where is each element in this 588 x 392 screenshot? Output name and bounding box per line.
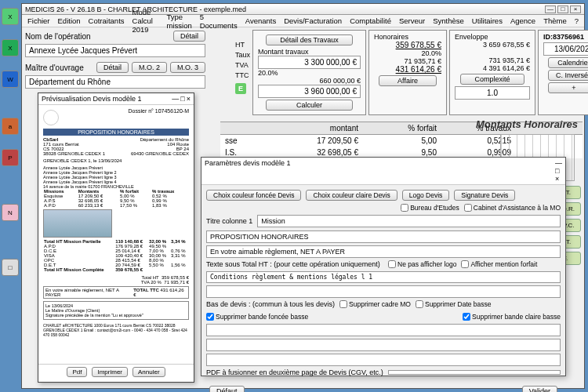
- menu-item[interactable]: Thème: [539, 16, 571, 25]
- taux-label: Taux: [235, 50, 250, 60]
- mo-detail-button[interactable]: Détail: [96, 62, 129, 73]
- close-button[interactable]: ×: [570, 5, 581, 13]
- reglement-text: En votre aimable règlement, NET A PAYER: [45, 288, 133, 297]
- e-badge[interactable]: E: [235, 83, 246, 94]
- color-light-button[interactable]: Choix couleur claire Devis: [306, 190, 397, 201]
- maximize-button[interactable]: □: [555, 167, 562, 175]
- menu-item[interactable]: Edition: [54, 16, 85, 25]
- desktop-icon[interactable]: X: [2, 39, 19, 56]
- operation-input[interactable]: Annexe Lycée Jacques Prévert: [25, 44, 205, 57]
- td: 17,50 %: [119, 203, 151, 208]
- calendrier-button[interactable]: Calendrier: [548, 57, 588, 68]
- conditions-input[interactable]: Conditions règlement & mentions légales …: [206, 271, 561, 283]
- cabinet-assistance-checkbox[interactable]: Cabinet d'Assistance à la MO: [464, 204, 561, 212]
- complexite-value[interactable]: 1.0: [455, 86, 530, 100]
- desktop-icon[interactable]: a: [2, 118, 19, 135]
- affaire-button[interactable]: Affaire: [379, 75, 436, 86]
- color-dark-button[interactable]: Choix couleur foncée Devis: [206, 190, 301, 201]
- imprimer-button[interactable]: Imprimer: [92, 367, 128, 377]
- bas-devis-input-2[interactable]: [206, 339, 561, 351]
- minimize-button[interactable]: —: [545, 5, 556, 13]
- td: 5,00: [363, 135, 441, 147]
- supprimer-cadre-mo-checkbox[interactable]: Supprimer cadre MO: [339, 300, 411, 308]
- c-inversee-button[interactable]: C. Inversée: [548, 70, 588, 81]
- logo-devis-button[interactable]: Logo Devis: [402, 190, 450, 201]
- menu-item[interactable]: Agence: [506, 16, 539, 25]
- pdf-button[interactable]: Pdf: [67, 367, 87, 377]
- maximize-button[interactable]: □: [180, 95, 184, 103]
- reglement-input[interactable]: En votre aimable règlement, NET A PAYER: [206, 245, 561, 258]
- texte-sous-total-label: Texte sous Total HT : (pour cette opérat…: [206, 260, 383, 268]
- bas-devis-input-1[interactable]: [206, 324, 561, 336]
- project-image: [43, 209, 112, 238]
- total-ttc-label: TOTAL TTC: [133, 288, 159, 292]
- hide-logo-checkbox[interactable]: Ne pas afficher logo: [388, 260, 456, 268]
- montant-travaux-label: Montant travaux: [258, 48, 309, 56]
- bureau-etudes-checkbox[interactable]: Bureau d'Etudes: [401, 204, 459, 212]
- banner: PROPOSITION HONORAIRES: [43, 129, 189, 136]
- menu-item[interactable]: Fichier: [24, 16, 54, 25]
- th: montant: [253, 122, 363, 134]
- mention-forfait-checkbox[interactable]: Afficher mention forfait: [461, 260, 537, 268]
- minimize-button[interactable]: —: [172, 95, 179, 103]
- desktop-icon[interactable]: N: [2, 204, 19, 221]
- mo-label: Maître d'ouvrage: [25, 64, 84, 72]
- valider-button[interactable]: Valider: [522, 386, 557, 392]
- sign-note: Signature précédée de la mention "Lu et …: [45, 313, 187, 318]
- titre-colonne-input[interactable]: Mission: [257, 215, 561, 227]
- desktop-icon[interactable]: □: [2, 259, 19, 276]
- pdf-merge-input[interactable]: [388, 370, 561, 375]
- date-input[interactable]: 13/06/2024: [543, 42, 588, 56]
- menu-item[interactable]: Utilitaires: [468, 16, 506, 25]
- supprimer-date-checkbox[interactable]: Supprimer Date basse: [416, 300, 492, 308]
- close-button[interactable]: ×: [187, 95, 191, 103]
- desktop-icon[interactable]: W: [2, 71, 19, 88]
- complexite-button[interactable]: Complexité: [460, 74, 524, 85]
- ttc-value: 3 960 000,00 €: [258, 85, 361, 98]
- titre-colonne-label: Titre colonne 1: [206, 217, 252, 225]
- menu-item[interactable]: Comptabilité: [346, 16, 395, 25]
- menu-item[interactable]: 5 Documents: [196, 13, 241, 30]
- menu-item[interactable]: Synthèse: [429, 16, 468, 25]
- calculer-button[interactable]: Calculer: [266, 100, 353, 111]
- menu-item[interactable]: Cotraitants: [85, 16, 129, 25]
- menu-item[interactable]: Avenants: [241, 16, 280, 25]
- operation-label: Nom de l'opération: [25, 32, 91, 41]
- montant-travaux-input[interactable]: 3 300 000,00 €: [258, 56, 361, 69]
- td: 1,83 %: [151, 203, 189, 208]
- annuler-button[interactable]: Annuler: [132, 367, 165, 377]
- hono-v1: 359 678,55 €: [374, 41, 441, 49]
- defaut-button[interactable]: Défaut: [209, 386, 245, 392]
- env-v1: 3 659 678,55 €: [455, 41, 530, 49]
- minimize-button[interactable]: —: [555, 159, 562, 167]
- th: % forfait: [363, 122, 441, 134]
- desktop-icon[interactable]: P: [2, 149, 19, 166]
- desktop-icon[interactable]: X: [2, 8, 19, 25]
- hono-v3: 71 935,71 €: [374, 57, 441, 65]
- proposition-input[interactable]: PROPOSITION HONORAIRES: [206, 230, 561, 243]
- addr: 69430 GRENOBLE CEDEX: [131, 151, 189, 156]
- bas-devis-label: Bas de devis : (commun à tous les devis): [206, 300, 335, 308]
- menu-item[interactable]: Type mission: [163, 13, 196, 30]
- dept-input[interactable]: Département du Rhône: [25, 75, 205, 89]
- detail-travaux-button[interactable]: Détail des Travaux: [266, 34, 353, 45]
- supprimer-bande-foncee-checkbox[interactable]: Supprimer bande foncée basse: [206, 313, 308, 321]
- menubar: Fichier Edition Cotraitants Mode Calcul …: [22, 15, 584, 27]
- bas-devis-input-3[interactable]: [206, 354, 561, 366]
- mo3-button[interactable]: M.O. 3: [170, 62, 205, 73]
- menu-item[interactable]: Serveur: [395, 16, 429, 25]
- mo2-button[interactable]: M.O. 2: [132, 62, 167, 73]
- supprimer-bande-claire-checkbox[interactable]: Supprimer bande claire basse: [463, 313, 561, 321]
- enveloppe-title: Enveloppe: [455, 33, 530, 41]
- signature-devis-button[interactable]: Signature Devis: [454, 190, 515, 201]
- detail-button[interactable]: Détail: [173, 31, 205, 42]
- close-button[interactable]: ×: [555, 175, 562, 183]
- honoraires-box: Honoraires 359 678,55 € 20.0% 71 935,71 …: [368, 30, 447, 115]
- params-window: Paramètres devis modèle 1 — □ × Choix co…: [201, 157, 566, 376]
- tva-label: TVA: [235, 60, 250, 71]
- plus-button[interactable]: +: [548, 82, 588, 93]
- menu-item[interactable]: Devis/Facturation: [280, 16, 346, 25]
- extra-input-1[interactable]: [206, 285, 561, 298]
- menu-item[interactable]: ?: [571, 16, 583, 25]
- maximize-button[interactable]: □: [557, 5, 568, 13]
